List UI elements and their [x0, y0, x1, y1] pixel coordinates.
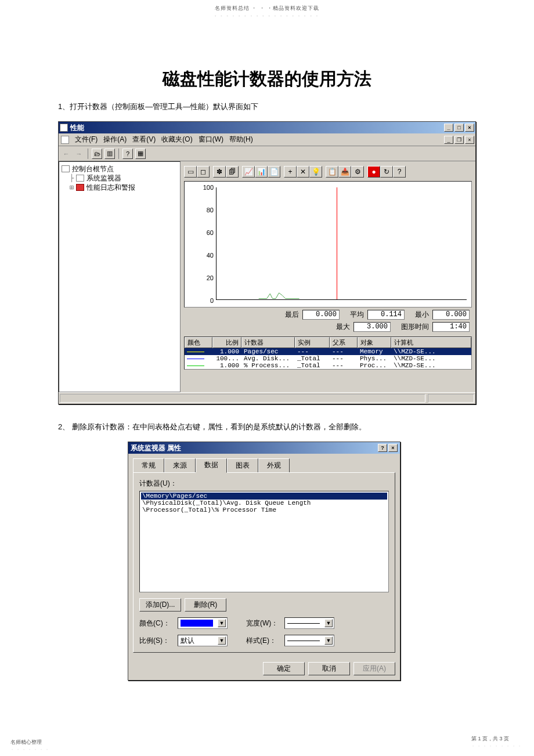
tree-sysmon[interactable]: 系统监视器: [86, 173, 121, 183]
view-report-button[interactable]: 📄: [268, 166, 280, 178]
tab-general[interactable]: 常规: [133, 458, 164, 472]
list-item[interactable]: \PhysicalDisk(_Total)\Avg. Disk Queue Le…: [141, 500, 387, 507]
menu-favorites[interactable]: 收藏夹(O): [161, 135, 192, 144]
forward-button[interactable]: →: [74, 149, 84, 159]
min-value: 0.000: [432, 310, 470, 320]
paste-list-button[interactable]: 📥: [338, 166, 351, 178]
counter-row[interactable]: 1.000 % Process... _Total --- Proc... \\…: [185, 362, 471, 369]
maximize-button[interactable]: □: [454, 124, 464, 132]
ytick-60: 60: [207, 229, 214, 236]
child-restore-button[interactable]: ❐: [454, 136, 464, 144]
cell-obj: Phys...: [358, 355, 391, 362]
scale-combobox[interactable]: 默认 ▼: [178, 635, 228, 646]
window-title: 性能: [70, 123, 84, 133]
tab-data[interactable]: 数据: [196, 458, 227, 473]
col-color[interactable]: 颜色: [185, 337, 212, 348]
step-1-text: 1、打开计数器（控制面板—管理工具—性能）默认界面如下: [58, 102, 534, 112]
col-instance[interactable]: 实例: [295, 337, 330, 348]
menu-view[interactable]: 查看(V): [132, 135, 156, 144]
view-histogram-button[interactable]: 📊: [255, 166, 268, 178]
series-line-icon: [241, 291, 316, 299]
tab-source[interactable]: 来源: [164, 458, 196, 472]
remove-button[interactable]: 删除(R): [185, 598, 226, 612]
delete-counter-button[interactable]: ✕: [297, 166, 309, 178]
tab-appearance[interactable]: 外观: [258, 458, 290, 472]
page-title: 磁盘性能计数器的使用方法: [0, 67, 534, 91]
color-combobox[interactable]: ▼: [178, 617, 228, 629]
list-item[interactable]: \Processor(_Total)\% Processor Time: [141, 507, 387, 513]
counter-list[interactable]: 颜色 比例 计数器 实例 父系 对象 计算机 1.000 Pages/sec -…: [184, 337, 472, 370]
col-counter[interactable]: 计数器: [241, 337, 295, 348]
add-counter-button[interactable]: +: [284, 166, 297, 178]
list-item[interactable]: \Memory\Pages/sec: [141, 493, 387, 500]
cell-counter: % Process...: [241, 362, 295, 369]
child-minimize-button[interactable]: _: [444, 136, 453, 144]
dialog-titlebar[interactable]: 系统监视器 属性 ? ×: [128, 442, 400, 454]
style-combobox[interactable]: ▼: [284, 635, 334, 646]
width-label: 宽度(W)：: [246, 618, 280, 628]
export-list-button[interactable]: ▦: [135, 149, 146, 159]
col-object[interactable]: 对象: [358, 337, 391, 348]
cell-obj: Memory: [358, 348, 391, 355]
counter-row[interactable]: 1.000 Pages/sec --- --- Memory \\MZD-SE.…: [185, 348, 471, 355]
page-header-dots: - - - - - - - - - - - - - - - - - -: [0, 13, 534, 17]
back-button[interactable]: ←: [61, 149, 71, 159]
mmc-icon: [61, 136, 69, 144]
dialog-help-button[interactable]: ?: [378, 444, 387, 452]
close-button[interactable]: ×: [465, 124, 474, 132]
copy-props-button[interactable]: 📋: [326, 166, 338, 178]
up-button[interactable]: 🗁: [92, 149, 102, 159]
chevron-down-icon: ▼: [218, 636, 226, 645]
freeze-button[interactable]: ●: [367, 166, 380, 178]
cell-comp: \\MZD-SE...: [391, 355, 471, 362]
show-hide-button[interactable]: ▥: [104, 149, 115, 159]
tree-expand-icon[interactable]: ⊞: [70, 183, 74, 192]
plot-area: [216, 187, 467, 300]
step-2-text: 2、 删除原有计数器：在中间表格处点右键，属性，看到的是系统默认的计数器，全部删…: [58, 422, 534, 432]
col-parent[interactable]: 父系: [330, 337, 358, 348]
tab-chart[interactable]: 图表: [227, 458, 258, 472]
new-counter-set-button[interactable]: ▭: [184, 166, 197, 178]
counter-row[interactable]: 100... Avg. Disk... _Total --- Phys... \…: [185, 355, 471, 362]
col-scale[interactable]: 比例: [212, 337, 241, 348]
counters-listbox[interactable]: \Memory\Pages/sec \PhysicalDisk(_Total)\…: [139, 491, 389, 592]
console-tree[interactable]: 控制台根节点 ├系统监视器 ⊞性能日志和警报: [59, 161, 181, 392]
counters-label: 计数器(U)：: [139, 479, 389, 489]
menu-file[interactable]: 文件(F): [75, 135, 98, 144]
sysmon-toolbar: ▭ ◻ ✽ 🗐 📈 📊 📄 + ✕ 💡 📋 📥 ⚙ ● ↻: [184, 165, 472, 179]
apply-button[interactable]: 应用(A): [353, 662, 395, 675]
tree-root[interactable]: 控制台根节点: [72, 164, 114, 173]
width-combobox[interactable]: ▼: [284, 617, 334, 629]
tree-connector-icon: ├: [70, 173, 74, 183]
dialog-close-button[interactable]: ×: [388, 444, 398, 452]
menu-window[interactable]: 窗口(W): [199, 135, 223, 144]
ok-button[interactable]: 确定: [263, 662, 305, 675]
tree-perflogs[interactable]: 性能日志和警报: [86, 183, 135, 192]
view-log-button[interactable]: 🗐: [226, 166, 239, 178]
col-computer[interactable]: 计算机: [391, 337, 471, 348]
statusbar: [59, 392, 475, 404]
time-indicator-line: [337, 187, 337, 299]
clear-display-button[interactable]: ◻: [197, 166, 210, 178]
update-button[interactable]: ↻: [380, 166, 393, 178]
child-close-button[interactable]: ×: [465, 136, 474, 144]
add-button[interactable]: 添加(D)...: [139, 598, 181, 612]
help-icon-button[interactable]: ?: [393, 166, 406, 178]
cancel-button[interactable]: 取消: [308, 662, 350, 675]
properties-button[interactable]: ⚙: [351, 166, 364, 178]
view-current-button[interactable]: ✽: [213, 166, 226, 178]
highlight-button[interactable]: 💡: [309, 166, 322, 178]
avg-label: 平均: [350, 310, 364, 320]
cell-counter: Pages/sec: [241, 348, 295, 355]
last-value: 0.000: [302, 310, 340, 320]
view-chart-button[interactable]: 📈: [242, 166, 255, 178]
scale-label: 比例(S)：: [139, 636, 173, 646]
minimize-button[interactable]: _: [444, 124, 453, 132]
menu-help[interactable]: 帮助(H): [229, 135, 253, 144]
swatch-icon: [187, 352, 204, 352]
help-button[interactable]: ?: [122, 149, 133, 159]
titlebar[interactable]: 性能 _ □ ×: [59, 122, 475, 133]
menu-action[interactable]: 操作(A): [103, 135, 127, 144]
sysmon-icon: [76, 175, 84, 182]
counter-header: 颜色 比例 计数器 实例 父系 对象 计算机: [185, 337, 471, 348]
